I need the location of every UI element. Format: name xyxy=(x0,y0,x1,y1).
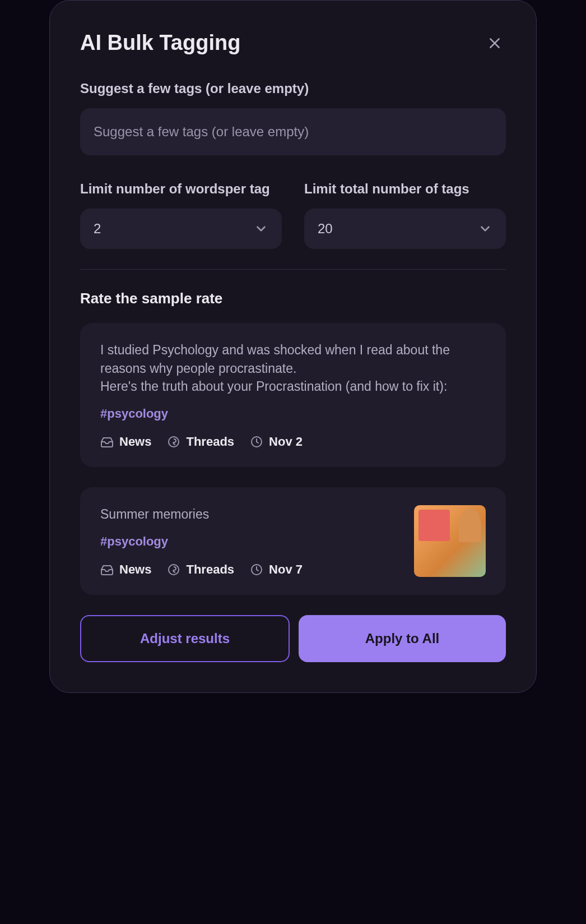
sample-card: I studied Psychology and was shocked whe… xyxy=(80,323,506,467)
total-tags-col: Limit total number of tags 20 xyxy=(304,180,506,249)
date-meta: Nov 2 xyxy=(250,435,303,449)
bulk-tagging-modal: AI Bulk Tagging Suggest a few tags (or l… xyxy=(49,0,537,693)
category-meta: News xyxy=(100,435,151,449)
network-label: Threads xyxy=(186,562,234,577)
total-value: 20 xyxy=(318,221,333,237)
total-label: Limit total number of tags xyxy=(304,180,506,197)
close-button[interactable] xyxy=(483,32,506,54)
limits-row: Limit number of wordsper tag 2 Limit tot… xyxy=(80,180,506,249)
modal-header: AI Bulk Tagging xyxy=(80,31,506,55)
sample-card: Summer memories #psycology News Threads … xyxy=(80,487,506,595)
words-select[interactable]: 2 xyxy=(80,209,282,249)
sample-meta: News Threads Nov 7 xyxy=(100,562,401,577)
sample-tag: #psycology xyxy=(100,534,401,549)
network-meta: Threads xyxy=(167,562,234,577)
clock-icon xyxy=(250,563,263,576)
close-icon xyxy=(487,36,502,50)
date-label: Nov 2 xyxy=(269,435,303,449)
date-meta: Nov 7 xyxy=(250,562,303,577)
sample-tag: #psycology xyxy=(100,406,486,421)
modal-title: AI Bulk Tagging xyxy=(80,31,240,55)
network-label: Threads xyxy=(186,435,234,449)
sample-thumbnail xyxy=(414,505,486,577)
words-per-tag-col: Limit number of wordsper tag 2 xyxy=(80,180,282,249)
adjust-results-button[interactable]: Adjust results xyxy=(80,615,290,662)
sample-meta: News Threads Nov 2 xyxy=(100,435,486,449)
clock-icon xyxy=(250,435,263,449)
total-select[interactable]: 20 xyxy=(304,209,506,249)
sample-text: I studied Psychology and was shocked whe… xyxy=(100,341,486,395)
inbox-icon xyxy=(100,435,114,449)
chevron-down-icon xyxy=(478,221,492,236)
tags-label: Suggest a few tags (or leave empty) xyxy=(80,80,506,97)
words-value: 2 xyxy=(94,221,101,237)
inbox-icon xyxy=(100,563,114,576)
date-label: Nov 7 xyxy=(269,562,303,577)
threads-icon xyxy=(167,435,180,449)
sample-text: Summer memories xyxy=(100,505,401,523)
section-title: Rate the sample rate xyxy=(80,290,506,307)
category-label: News xyxy=(119,562,151,577)
network-meta: Threads xyxy=(167,435,234,449)
button-row: Adjust results Apply to All xyxy=(80,615,506,662)
category-label: News xyxy=(119,435,151,449)
chevron-down-icon xyxy=(254,221,268,236)
tags-input[interactable] xyxy=(80,108,506,155)
category-meta: News xyxy=(100,562,151,577)
apply-to-all-button[interactable]: Apply to All xyxy=(299,615,506,662)
divider xyxy=(80,269,506,270)
threads-icon xyxy=(167,563,180,576)
words-label: Limit number of wordsper tag xyxy=(80,180,282,197)
